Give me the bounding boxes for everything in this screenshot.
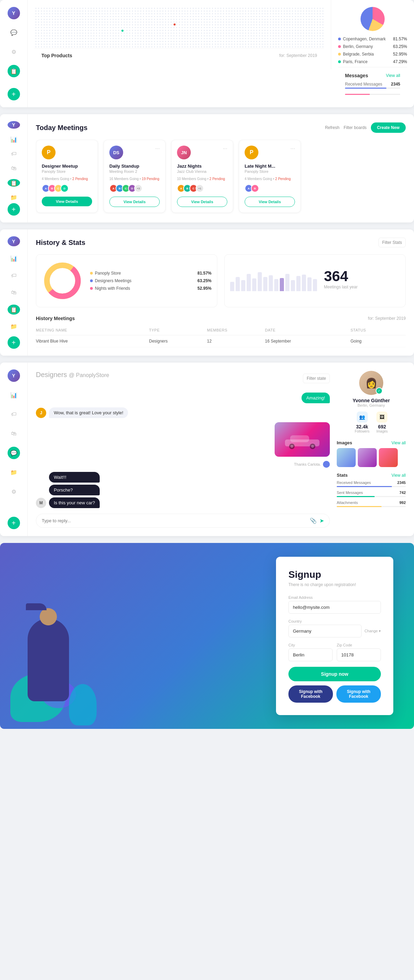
sidebar-icon-chat-active[interactable]: 💬 <box>8 447 20 459</box>
sidebar-icon-chat-gear[interactable]: ⚙ <box>8 485 20 498</box>
view-details-btn-1[interactable]: View Details <box>42 197 92 206</box>
user-avatar[interactable]: Y <box>8 7 20 19</box>
sidebar-icon-chat-file[interactable]: 📁 <box>8 466 20 479</box>
email-input[interactable] <box>288 601 381 614</box>
sidebar-avatar-meetings[interactable]: Y <box>8 121 20 129</box>
view-details-btn-2[interactable]: View Details <box>109 197 160 207</box>
sidebar-icon-chat-chart[interactable]: 📊 <box>8 389 20 401</box>
chat-input[interactable] <box>42 518 310 523</box>
images-view-all[interactable]: View all <box>392 441 406 445</box>
meeting-card-3-thumb: JN <box>177 146 191 159</box>
sidebar-icon-chart[interactable]: 📊 <box>8 135 20 143</box>
msg-bar-track-1 <box>345 88 400 89</box>
location-name-3: Belgrade, Serbia <box>343 52 393 57</box>
sidebar-meetings: Y 📊 🏷 🛍 📋 📁 ⚙ + <box>0 114 28 223</box>
chat-avatar-wow: J <box>36 408 46 418</box>
sidebar-icon-history-chart[interactable]: 📊 <box>8 253 20 263</box>
facebook-signup-button[interactable]: Signup with Facebook <box>288 686 333 703</box>
country-input[interactable] <box>288 625 361 638</box>
stats-title: Stats <box>337 473 348 478</box>
mini-bar-15 <box>313 279 317 291</box>
location-dot-3 <box>338 53 341 56</box>
stat-sent-name: Sent Messages <box>337 490 363 495</box>
sidebar-icon-chat-shop[interactable]: 🛍 <box>8 427 20 440</box>
donut-legend: Panoply Store 81.57% Designers Meetings … <box>90 271 212 291</box>
profile-card: 👩 ✓ Yvonne Günther Berlin, Germany 👥 32.… <box>337 371 406 433</box>
filter-boards-button[interactable]: Filter boards <box>344 125 367 130</box>
chat-msg-3 <box>36 422 330 457</box>
msg-bar-sent <box>345 93 400 95</box>
meeting-card-4-sub: Panoply Store <box>245 169 295 173</box>
car-svg <box>282 429 323 450</box>
meeting-card-4-dots[interactable]: ··· <box>290 146 295 152</box>
chat-bubble-car-question: Is this your new car? <box>49 497 100 508</box>
person-head <box>40 608 57 625</box>
followers-label: Followers <box>355 430 369 433</box>
mini-bar-4 <box>252 278 256 291</box>
mini-bar-12 <box>296 276 301 291</box>
sidebar-icon-meetings-active[interactable]: 📋 <box>8 179 20 187</box>
stats-view-all[interactable]: View all <box>392 473 406 478</box>
add-button[interactable]: + <box>8 88 20 100</box>
table-header-row: Meeting Name Type Members Date Status <box>36 325 406 335</box>
legend-2: Designers Meetings 63.25% <box>90 278 212 283</box>
signup-button[interactable]: Signup now <box>288 667 381 681</box>
sidebar-icon-tag[interactable]: 🏷 <box>8 150 20 158</box>
col-members: Members <box>207 328 262 332</box>
col-type: Type <box>149 328 204 332</box>
chat-bubble-amazing: Amazing! <box>301 393 330 403</box>
mini-bar-0 <box>230 282 234 291</box>
profile-stat-images: 🖼 692 Images <box>376 412 388 433</box>
meeting-card-1-stats: 4 Members Going • 2 Pending <box>42 177 92 181</box>
chat-bubble-porsche: Porsche? <box>49 485 100 495</box>
location-list: Copenhagen, Denmark 81.57% Berlin, Germa… <box>338 37 407 64</box>
stat-sent-track <box>337 496 406 497</box>
sidebar-icon-history-tag[interactable]: 🏷 <box>8 270 20 280</box>
sidebar-icon-file[interactable]: 📁 <box>8 194 20 201</box>
meetings-cards: P Designer Meetup Panoply Store 4 Member… <box>36 140 406 214</box>
view-details-btn-3[interactable]: View Details <box>177 197 227 207</box>
top-products-for: for: September 2019 <box>279 53 317 58</box>
stat-sent-fill <box>337 496 375 497</box>
sidebar-icon-history-file[interactable]: 📁 <box>8 321 20 331</box>
followers-count: 32.4k <box>355 424 369 430</box>
sidebar-icon-shop[interactable]: 🛍 <box>8 165 20 172</box>
chat-content: Designers @ PanoplyStore Filter state Am… <box>28 363 414 536</box>
filter-stats-button[interactable]: Filter Stats <box>379 238 406 247</box>
sidebar-icon-chat[interactable]: 💬 <box>8 26 20 39</box>
sidebar-icon-history-shop[interactable]: 🛍 <box>8 287 20 298</box>
images-title: Images <box>337 440 352 445</box>
zip-input[interactable] <box>337 649 381 661</box>
view-details-btn-4[interactable]: View Details <box>245 197 295 207</box>
sidebar-avatar-chat[interactable]: Y <box>8 369 20 382</box>
sidebar-icon-chat-tag[interactable]: 🏷 <box>8 408 20 420</box>
add-button-meetings[interactable]: + <box>8 203 20 216</box>
attachment-icon[interactable]: 📎 <box>310 517 317 524</box>
add-button-history[interactable]: + <box>8 336 20 349</box>
filter-state-button[interactable]: Filter state <box>303 374 330 383</box>
msg-bar-received: Received Messages 2345 <box>345 82 400 89</box>
history-title: History & Stats <box>36 239 85 247</box>
country-change[interactable]: Change ▾ <box>364 629 381 633</box>
add-button-chat[interactable]: + <box>8 517 20 529</box>
city-input[interactable] <box>288 649 333 661</box>
stat-received-value: 2345 <box>397 480 406 485</box>
sidebar-icon-history-active[interactable]: 📋 <box>8 305 20 315</box>
meeting-card-2-header: DS ··· <box>109 146 160 159</box>
refresh-button[interactable]: Refresh <box>325 125 339 130</box>
meeting-card-3-dots[interactable]: ··· <box>223 146 227 152</box>
row-1-name: Vibrant Blue Hive <box>36 339 146 344</box>
send-icon[interactable]: ➤ <box>320 517 324 524</box>
create-new-button[interactable]: Create New <box>371 123 406 133</box>
sidebar-icon-settings[interactable]: ⚙ <box>8 46 20 58</box>
twitter-signup-button[interactable]: Signup with Facebook <box>336 686 381 703</box>
col-status: Status <box>350 328 406 332</box>
location-dot-2 <box>338 45 341 48</box>
messages-view-all[interactable]: View all <box>386 73 400 78</box>
location-pct-3: 52.95% <box>393 52 407 57</box>
chat-msg-wait: M Wait!!! Porsche? Is this your new car? <box>36 472 330 508</box>
sidebar-icon-active[interactable]: 📋 <box>8 65 20 77</box>
sidebar-avatar-history[interactable]: Y <box>8 236 20 246</box>
meeting-card-2-dots[interactable]: ··· <box>155 146 160 152</box>
right-stats: Copenhagen, Denmark 81.57% Berlin, Germa… <box>331 0 414 107</box>
